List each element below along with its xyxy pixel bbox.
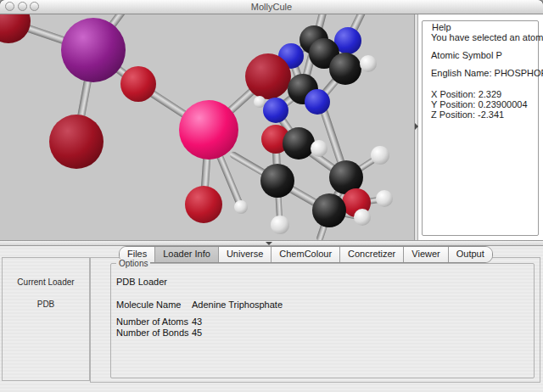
atom-count-label: Number of Atoms [116, 316, 188, 327]
options-groupbox: Options PDB Loader Molecule Name Adenine… [110, 263, 535, 378]
atom-count-value: 43 [192, 316, 202, 327]
app-window: MollyCule Help You have selected an atom… [0, 0, 543, 392]
atom-h[interactable] [271, 216, 289, 234]
atom-c[interactable] [283, 127, 315, 160]
selected-atom-p[interactable] [179, 100, 238, 160]
help-english-name: English Name: PHOSPHORUS [431, 68, 543, 78]
current-loader-label: Current Loader [2, 277, 90, 287]
atom-o[interactable] [49, 115, 104, 169]
help-x-position: X Position: 2.329 [431, 89, 501, 99]
current-loader-value: PDB [2, 300, 90, 309]
help-panel: Help You have selected an atom. Atomic S… [418, 14, 543, 240]
bottom-panel: Files Loader Info Universe ChemColour Co… [0, 246, 543, 392]
bond-count-value: 45 [192, 328, 202, 338]
tab-bar: Files Loader Info Universe ChemColour Co… [119, 246, 493, 263]
atom-o[interactable] [245, 53, 291, 99]
atom-n[interactable] [263, 98, 288, 123]
atom-c[interactable] [329, 53, 361, 85]
molecule-canvas[interactable] [0, 14, 415, 240]
help-atomic-symbol: Atomic Symbol P [431, 50, 502, 60]
options-title: Options [116, 259, 150, 268]
help-selected-line: You have selected an atom. [431, 32, 543, 42]
bond-count-label: Number of Bonds [116, 328, 189, 338]
atom-h[interactable] [354, 209, 371, 226]
loader-name: PDB Loader [116, 277, 167, 287]
atom-o[interactable] [185, 186, 222, 223]
atom-o[interactable] [120, 66, 156, 102]
help-z-position: Z Position: -2.341 [431, 109, 504, 120]
atom-h[interactable] [360, 55, 377, 72]
molecule-name-value: Adenine Triphosphate [192, 300, 283, 310]
atom-h[interactable] [376, 190, 393, 207]
tab-universe[interactable]: Universe [218, 247, 271, 262]
atom-p[interactable] [61, 18, 126, 82]
atom-h[interactable] [371, 146, 389, 165]
atom-h[interactable] [311, 140, 327, 157]
horizontal-splitter[interactable] [0, 240, 543, 246]
help-title: Help [429, 22, 454, 32]
tab-viewer[interactable]: Viewer [403, 247, 447, 262]
loader-summary-box [2, 257, 90, 381]
titlebar: MollyCule [0, 0, 543, 14]
molecule-name-label: Molecule Name [116, 300, 181, 310]
atom-c[interactable] [260, 164, 294, 198]
atom-c[interactable] [312, 193, 346, 227]
help-y-position: Y Position: 0.23900004 [431, 99, 528, 109]
atom-o[interactable] [0, 14, 31, 43]
collapse-down-arrow-icon[interactable] [266, 242, 272, 245]
tab-loader-info[interactable]: Loader Info [154, 247, 218, 262]
tab-output[interactable]: Output [448, 247, 492, 262]
atom-h[interactable] [234, 200, 248, 214]
tab-chemcolour[interactable]: ChemColour [271, 247, 339, 262]
atom-n[interactable] [305, 89, 330, 115]
window-title: MollyCule [0, 2, 543, 12]
tab-concretizer[interactable]: Concretizer [339, 247, 403, 262]
help-groupbox: Help You have selected an atom. Atomic S… [422, 20, 539, 236]
